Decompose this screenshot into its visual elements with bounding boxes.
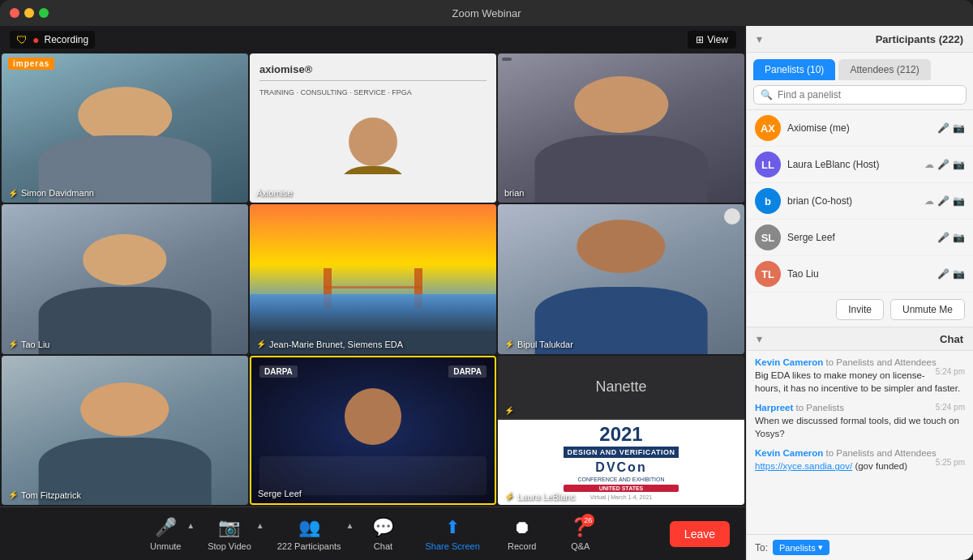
- chat-sender-1: Kevin Cameron: [755, 357, 823, 367]
- chat-msg-header-3: Kevin Cameron to Panelists and Attendees…: [755, 448, 965, 458]
- muted-icon-tao: ⚡: [8, 340, 18, 348]
- participants-label: 222 Participants: [277, 541, 341, 551]
- avatar-serge: SL: [755, 224, 781, 250]
- video-cell-bipul: ⚡ Bipul Talukdar: [498, 204, 744, 353]
- chat-text-2: When we discussed formal tools, did we t…: [755, 414, 965, 440]
- chat-button[interactable]: 💬 Chat: [354, 514, 412, 554]
- participants-panel-header: ▾ Participants (222): [747, 26, 973, 53]
- toolbar: 🎤 Unmute ▲ 📷 Stop Video ▲ 👥 222 Particip…: [0, 507, 746, 560]
- panelist-name-brian: brian (Co-host): [787, 195, 918, 207]
- muted-icon-bipul: ⚡: [504, 340, 514, 348]
- unmute-label: Unmute: [150, 541, 182, 551]
- cam-icon-serge: 📷: [953, 232, 965, 243]
- participant-label-nanette: ⚡: [504, 406, 514, 415]
- video-cell-tom: ⚡ Tom Fitzpatrick: [2, 356, 248, 505]
- cloud-icon-brian: ☁: [924, 195, 934, 207]
- chat-message-3: Kevin Cameron to Panelists and Attendees…: [755, 448, 965, 472]
- video-chevron[interactable]: ▲: [256, 521, 264, 530]
- share-screen-label: Share Screen: [425, 541, 479, 551]
- chat-msg-header-2: Harpreet to Panelists 5:24 pm: [755, 403, 965, 413]
- list-item: TL Tao Liu 🎤 📷: [747, 256, 973, 293]
- cam-muted-icon: 📷: [953, 159, 965, 170]
- participants-icon: 👥: [298, 517, 320, 537]
- participant-label-jmb: ⚡ Jean-Marie Brunet, Siemens EDA: [256, 340, 403, 349]
- view-button[interactable]: ⊞ View: [688, 31, 736, 49]
- stop-video-icon-wrap: 📷: [218, 517, 240, 538]
- chat-link-suffix-3: (gov funded): [855, 461, 907, 471]
- window-title: Zoom Webinar: [452, 7, 521, 19]
- participant-name-brian: brian: [504, 188, 524, 198]
- record-button[interactable]: ⏺ Record: [493, 514, 551, 554]
- panelists-tab[interactable]: Panelists (10): [753, 59, 835, 80]
- participant-label-simon: ⚡ Simon Davidmann: [8, 188, 94, 198]
- search-panelist-input[interactable]: [778, 89, 959, 100]
- darpa-logo-left: DARPA: [259, 365, 298, 378]
- mic-icon: 🎤: [937, 159, 949, 170]
- chat-text-1: Big EDA likes to make money on license-h…: [755, 369, 965, 395]
- leave-button[interactable]: Leave: [670, 521, 730, 547]
- chat-link-3[interactable]: https://xyce.sandia.gov/: [755, 461, 852, 471]
- video-feed-jmb: [250, 204, 496, 353]
- to-label: To:: [755, 542, 768, 554]
- unmute-button[interactable]: 🎤 Unmute: [136, 514, 195, 554]
- mic-icon-serge: 🎤: [937, 232, 949, 243]
- unmute-icon-wrap: 🎤: [155, 517, 177, 538]
- shield-icon: 🛡: [16, 33, 28, 46]
- video-area: 🛡 ● Recording ⊞ View imperas ⚡ Simon: [0, 26, 746, 560]
- unmute-me-button[interactable]: Unmute Me: [890, 299, 965, 320]
- close-button[interactable]: [10, 8, 19, 18]
- axiomise-person: [305, 118, 441, 174]
- darpa-logo-right: DARPA: [448, 365, 486, 378]
- participants-tabs: Panelists (10) Attendees (212): [747, 53, 973, 80]
- search-icon: 🔍: [761, 89, 773, 100]
- avatar-brian: b: [755, 188, 781, 214]
- panelist-name-axiomise: Axiomise (me): [787, 122, 931, 134]
- participant-name-tom: Tom Fitzpatrick: [21, 490, 81, 500]
- participant-name-serge: Serge Leef: [258, 489, 302, 498]
- video-cell-jmb: ⚡ Jean-Marie Brunet, Siemens EDA: [250, 204, 496, 353]
- dvcon-dates: Virtual | March 1-4, 2021: [564, 494, 678, 500]
- qa-button[interactable]: ❓ 26 Q&A: [551, 514, 610, 554]
- mic-icon: 🎤: [155, 517, 177, 537]
- participant-name-jmb: Jean-Marie Brunet, Siemens EDA: [269, 340, 403, 349]
- panelist-icons-tao: 🎤 📷: [937, 268, 965, 280]
- video-feed-tom: [2, 356, 248, 505]
- title-bar: Zoom Webinar: [0, 0, 973, 26]
- participants-chevron[interactable]: ▲: [346, 521, 354, 530]
- avatar-laura: LL: [755, 152, 781, 177]
- chat-label: Chat: [374, 541, 392, 551]
- participant-name-simon: Simon Davidmann: [21, 188, 94, 198]
- panelist-icons-serge: 🎤 📷: [937, 232, 965, 243]
- participants-collapse-icon[interactable]: ▾: [757, 32, 762, 45]
- video-cell-laura: 2021 DESIGN AND VERIFICATION DVCon CONFE…: [498, 418, 744, 505]
- avatar-axiomise: AX: [755, 115, 781, 141]
- qa-badge: 26: [581, 514, 594, 527]
- mic-icon-tao: 🎤: [937, 268, 949, 280]
- video-feed-bipul: [498, 204, 744, 353]
- dvcon-sub: CONFERENCE AND EXHIBITION: [564, 477, 678, 482]
- share-screen-button[interactable]: ⬆ Share Screen: [412, 514, 492, 554]
- participant-label-bipul: ⚡ Bipul Talukdar: [504, 340, 573, 349]
- recording-label: Recording: [44, 34, 88, 45]
- invite-button[interactable]: Invite: [836, 299, 884, 320]
- unmute-chevron[interactable]: ▲: [186, 521, 195, 530]
- chat-sender-3: Kevin Cameron: [755, 448, 823, 458]
- search-input-wrap: 🔍: [753, 85, 967, 105]
- axiomise-header-text: axiomise®: [259, 63, 486, 81]
- video-cell-bottom-right: Nanette ⚡ 2021 DESIGN AND VERIFICATION D…: [498, 356, 744, 505]
- panelist-list: AX Axiomise (me) 🎤 📷 LL Laura LeBlanc (H…: [747, 110, 973, 293]
- chat-sender-2: Harpreet: [755, 403, 793, 413]
- participants-button[interactable]: 👥 222 Participants: [264, 514, 354, 554]
- list-item: AX Axiomise (me) 🎤 📷: [747, 110, 973, 147]
- minimize-button[interactable]: [24, 8, 34, 18]
- stop-video-button[interactable]: 📷 Stop Video: [195, 514, 264, 554]
- qa-icon-wrap: ❓ 26: [569, 517, 591, 538]
- participant-name-tao: Tao Liu: [21, 340, 49, 349]
- darpa-logos: DARPA DARPA: [259, 365, 486, 378]
- chat-collapse-icon[interactable]: ▾: [757, 332, 762, 345]
- maximize-button[interactable]: [39, 8, 49, 18]
- panelist-name-serge: Serge Leef: [787, 232, 931, 243]
- attendees-tab[interactable]: Attendees (212): [838, 59, 930, 80]
- chat-to-2: to Panelists: [796, 403, 844, 413]
- to-dropdown-button[interactable]: Panelists ▾: [773, 540, 829, 555]
